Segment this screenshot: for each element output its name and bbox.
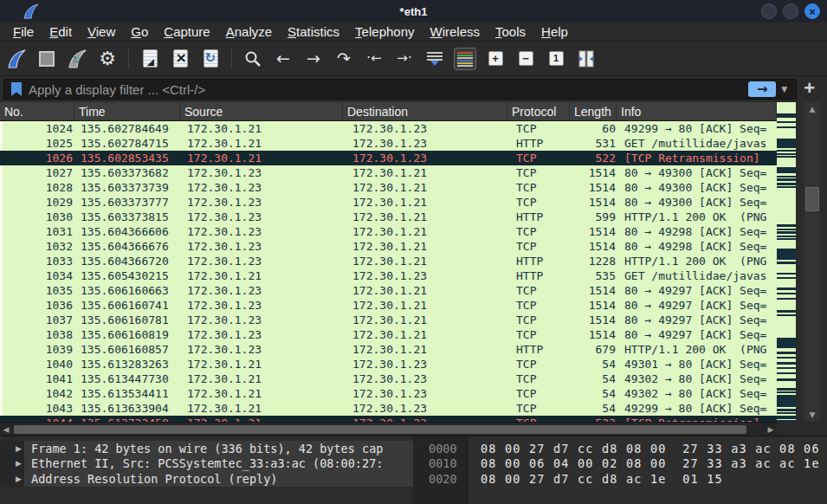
filter-dropdown-icon[interactable]: ▼ bbox=[776, 85, 792, 94]
apply-filter-button[interactable]: → bbox=[748, 81, 776, 97]
menu-item-tools[interactable]: Tools bbox=[488, 24, 533, 39]
hex-row[interactable]: 000008 00 27 d7 cc d8 08 00 27 33 a3 ac … bbox=[420, 441, 827, 456]
packet-row-1024[interactable]: 1024135.602784649172.30.1.21172.30.1.23T… bbox=[0, 121, 777, 136]
packet-row-1031[interactable]: 1031135.604366606172.30.1.23172.30.1.21T… bbox=[0, 224, 777, 239]
column-header-source[interactable]: Source bbox=[180, 102, 343, 120]
packet-cell-length: 1514 bbox=[572, 240, 619, 253]
menu-item-help[interactable]: Help bbox=[533, 24, 576, 39]
column-header-destination[interactable]: Destination bbox=[343, 102, 507, 120]
menu-item-view[interactable]: View bbox=[80, 24, 123, 39]
column-header-length[interactable]: Length bbox=[570, 102, 617, 120]
scroll-down-icon[interactable]: ▼ bbox=[810, 408, 816, 422]
go-back-icon[interactable]: ← bbox=[272, 48, 294, 70]
maximize-button[interactable] bbox=[783, 3, 798, 19]
packet-row-1040[interactable]: 1040135.613283263172.30.1.21172.30.1.23T… bbox=[0, 357, 777, 372]
close-button[interactable]: × bbox=[804, 3, 820, 19]
packet-row-1043[interactable]: 1043135.613633904172.30.1.21172.30.1.23T… bbox=[0, 401, 777, 416]
packet-row-1038[interactable]: 1038135.606160819172.30.1.23172.30.1.21T… bbox=[0, 327, 777, 342]
packet-cell-length: 1228 bbox=[572, 255, 619, 268]
scroll-left-icon[interactable]: ◀ bbox=[0, 425, 12, 434]
menu-item-edit[interactable]: Edit bbox=[42, 24, 80, 39]
packet-minimap[interactable] bbox=[777, 102, 796, 422]
scroll-right-icon[interactable]: ▶ bbox=[765, 425, 777, 434]
menu-item-statistics[interactable]: Statistics bbox=[280, 24, 347, 39]
packet-row-1027[interactable]: 1027135.603373682172.30.1.23172.30.1.21T… bbox=[0, 165, 777, 180]
hex-row[interactable]: 002008 00 27 d7 cc d8 ac 1e 01 15 bbox=[420, 471, 827, 487]
column-header-protocol[interactable]: Protocol bbox=[507, 102, 570, 120]
packet-cell-destination: 172.30.1.21 bbox=[346, 284, 510, 297]
packet-row-1036[interactable]: 1036135.606160741172.30.1.23172.30.1.21T… bbox=[0, 298, 777, 313]
packet-cell-time: 135.603373777 bbox=[77, 196, 183, 209]
packet-cell-info: 80 → 49297 [ACK] Seq= bbox=[619, 284, 777, 297]
menu-item-analyze[interactable]: Analyze bbox=[218, 24, 280, 39]
packet-row-1026[interactable]: 1026135.602853435172.30.1.21172.30.1.23T… bbox=[0, 151, 777, 165]
zoom-in-icon[interactable]: + bbox=[484, 48, 507, 70]
packet-row-1041[interactable]: 1041135.613447730172.30.1.21172.30.1.23T… bbox=[0, 372, 777, 386]
packet-cell-no: 1033 bbox=[3, 255, 77, 268]
packet-row-1033[interactable]: 1033135.604366720172.30.1.23172.30.1.21H… bbox=[0, 254, 777, 268]
reload-file-icon[interactable]: ↻ bbox=[199, 48, 222, 70]
detail-row[interactable]: ▶Frame 1: 42 bytes on wire (336 bits), 4… bbox=[0, 441, 413, 456]
last-packet-icon[interactable]: →· bbox=[393, 48, 416, 70]
menu-item-file[interactable]: File bbox=[5, 24, 42, 39]
minimize-button[interactable] bbox=[761, 3, 777, 19]
column-header-no[interactable]: No. bbox=[0, 102, 74, 120]
zoom-original-icon[interactable]: 1 bbox=[545, 48, 567, 70]
open-file-icon[interactable]: ◢ bbox=[139, 48, 161, 70]
detail-row[interactable]: ▶Ethernet II, Src: PCSSystemtec_33:a3:ac… bbox=[0, 456, 413, 472]
packet-cell-info: 80 → 49298 [ACK] Seq= bbox=[619, 225, 777, 238]
packet-row-1034[interactable]: 1034135.605430215172.30.1.21172.30.1.23H… bbox=[0, 268, 777, 283]
expand-arrow-icon[interactable]: ▶ bbox=[0, 471, 24, 487]
column-header-time[interactable]: Time bbox=[74, 102, 180, 120]
horizontal-scrollbar[interactable]: ◀ ▶ bbox=[0, 422, 777, 436]
packet-cell-info: 80 → 49297 [ACK] Seq= bbox=[619, 299, 777, 312]
vertical-scroll-handle[interactable] bbox=[805, 187, 819, 211]
packet-cell-info: 49302 → 80 [ACK] Seq= bbox=[619, 372, 777, 385]
go-to-packet-icon[interactable]: ↷ bbox=[333, 48, 355, 70]
add-filter-button-icon[interactable]: + bbox=[797, 79, 824, 100]
packet-row-1030[interactable]: 1030135.603373815172.30.1.23172.30.1.21H… bbox=[0, 210, 777, 224]
packet-cell-time: 135.613283263 bbox=[77, 358, 183, 371]
minimap-band bbox=[777, 167, 796, 173]
expand-arrow-icon[interactable]: ▶ bbox=[0, 456, 24, 472]
menu-item-capture[interactable]: Capture bbox=[156, 24, 217, 39]
auto-scroll-icon[interactable] bbox=[423, 48, 446, 70]
packet-row-1042[interactable]: 1042135.613534411172.30.1.21172.30.1.23T… bbox=[0, 386, 777, 401]
colorize-icon[interactable] bbox=[454, 48, 476, 70]
hex-row[interactable]: 001008 00 06 04 00 02 08 00 27 33 a3 ac … bbox=[420, 456, 827, 472]
column-header-info[interactable]: Info bbox=[617, 102, 777, 120]
close-file-icon[interactable]: × bbox=[169, 48, 191, 70]
packet-row-1029[interactable]: 1029135.603373777172.30.1.23172.30.1.21T… bbox=[0, 195, 777, 210]
vertical-scrollbar[interactable]: ▲ ▼ bbox=[804, 102, 820, 422]
go-forward-icon[interactable]: → bbox=[302, 48, 325, 70]
display-filter-input[interactable]: Apply a display filter ... <Ctrl-/> → ▼ bbox=[3, 79, 797, 100]
stop-capture-icon[interactable] bbox=[36, 48, 58, 70]
zoom-out-icon[interactable]: − bbox=[514, 48, 537, 70]
packet-row-1035[interactable]: 1035135.606160663172.30.1.23172.30.1.21T… bbox=[0, 283, 777, 298]
start-capture-icon[interactable] bbox=[5, 48, 28, 70]
filter-bookmark-icon[interactable] bbox=[11, 82, 22, 96]
first-packet-icon[interactable]: ·← bbox=[363, 48, 385, 70]
packet-row-1039[interactable]: 1039135.606160857172.30.1.23172.30.1.21H… bbox=[0, 342, 777, 357]
scroll-up-icon[interactable]: ▲ bbox=[810, 102, 816, 116]
horizontal-scroll-handle[interactable] bbox=[14, 425, 746, 434]
packet-row-1037[interactable]: 1037135.606160781172.30.1.23172.30.1.21T… bbox=[0, 313, 777, 327]
packet-row-1025[interactable]: 1025135.602784715172.30.1.21172.30.1.23H… bbox=[0, 136, 777, 151]
expand-arrow-icon[interactable]: ▶ bbox=[0, 441, 24, 456]
capture-options-icon[interactable]: ⚙ bbox=[96, 48, 119, 70]
packet-cell-destination: 172.30.1.21 bbox=[346, 328, 510, 341]
restart-capture-icon[interactable]: ↻ bbox=[66, 48, 88, 70]
packet-row-1032[interactable]: 1032135.604366676172.30.1.23172.30.1.21T… bbox=[0, 239, 777, 254]
menu-item-wireless[interactable]: Wireless bbox=[423, 24, 488, 39]
menu-item-go[interactable]: Go bbox=[123, 24, 156, 39]
wireshark-window: *eth1 × FileEditViewGoCaptureAnalyzeStat… bbox=[0, 0, 827, 504]
detail-row[interactable]: ▶Address Resolution Protocol (reply) bbox=[0, 471, 413, 487]
find-packet-icon[interactable] bbox=[242, 48, 264, 70]
packet-row-1044[interactable]: 1044135.613722458172.30.1.21172.30.1.23T… bbox=[0, 416, 777, 422]
resize-columns-icon[interactable] bbox=[575, 48, 598, 70]
pane-splitter[interactable]: ······ bbox=[413, 436, 420, 504]
menu-item-telephony[interactable]: Telephony bbox=[347, 24, 422, 39]
packet-cell-no: 1027 bbox=[3, 166, 77, 179]
packet-row-1028[interactable]: 1028135.603373739172.30.1.23172.30.1.21T… bbox=[0, 180, 777, 195]
packet-cell-source: 172.30.1.23 bbox=[183, 181, 346, 194]
